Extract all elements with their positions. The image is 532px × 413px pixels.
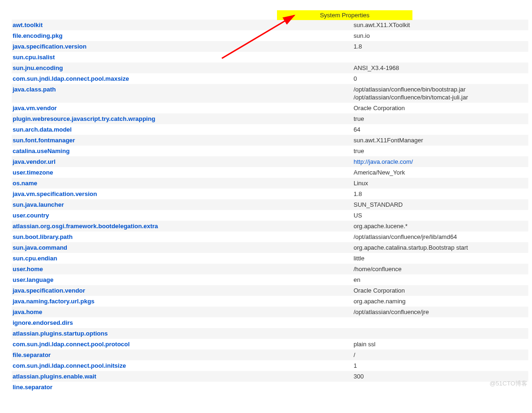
property-key: java.vm.specification.version: [12, 189, 353, 199]
property-row: java.naming.factory.url.pkgsorg.apache.n…: [12, 296, 528, 307]
property-value[interactable]: http://java.oracle.com/: [353, 156, 528, 167]
properties-table: awt.toolkitsun.awt.X11.XToolkitfile.enco…: [12, 20, 528, 392]
property-value: plain ssl: [353, 339, 528, 350]
property-key: java.vendor.url: [12, 156, 353, 167]
property-key: atlassian.plugins.startup.options: [12, 328, 353, 339]
property-key: os.name: [12, 178, 353, 189]
property-link[interactable]: http://java.oracle.com/: [354, 158, 413, 165]
property-key: sun.boot.library.path: [12, 231, 353, 242]
property-key: sun.java.launcher: [12, 199, 353, 210]
property-row: sun.font.fontmanagersun.awt.X11FontManag…: [12, 135, 528, 146]
property-key: java.naming.factory.url.pkgs: [12, 296, 353, 307]
property-row: com.sun.jndi.ldap.connect.pool.initsize1: [12, 360, 528, 371]
property-row: sun.cpu.endianlittle: [12, 253, 528, 264]
property-key: sun.cpu.isalist: [12, 52, 353, 63]
property-value: US: [353, 210, 528, 221]
property-value: org.apache.naming: [353, 296, 528, 307]
property-value: 1.8: [353, 189, 528, 199]
property-row: user.home/home/confluence: [12, 264, 528, 274]
property-row: ignore.endorsed.dirs: [12, 317, 528, 328]
property-row: sun.arch.data.model64: [12, 124, 528, 135]
property-value: [353, 328, 528, 339]
property-key: java.vm.vendor: [12, 103, 353, 113]
property-row: file.separator/: [12, 350, 528, 360]
property-value: org.apache.lucene.*: [353, 221, 528, 231]
property-key: java.specification.vendor: [12, 285, 353, 296]
property-value: [353, 52, 528, 63]
property-row: sun.jnu.encodingANSI_X3.4-1968: [12, 63, 528, 73]
property-value: true: [353, 146, 528, 156]
property-key: com.sun.jndi.ldap.connect.pool.initsize: [12, 360, 353, 371]
property-row: sun.cpu.isalist: [12, 52, 528, 63]
property-row: atlassian.plugins.startup.options: [12, 328, 528, 339]
property-value: sun.io: [353, 30, 528, 41]
property-row: java.vm.vendorOracle Corporation: [12, 103, 528, 113]
property-value: 64: [353, 124, 528, 135]
properties-table-container: awt.toolkitsun.awt.X11.XToolkitfile.enco…: [0, 0, 532, 392]
property-row: file.encoding.pkgsun.io: [12, 30, 528, 41]
property-value: /opt/atlassian/confluence/bin/bootstrap.…: [353, 84, 528, 103]
property-row: plugin.webresource.javascript.try.catch.…: [12, 113, 528, 124]
property-key: com.sun.jndi.ldap.connect.pool.protocol: [12, 339, 353, 350]
property-row: awt.toolkitsun.awt.X11.XToolkit: [12, 20, 528, 30]
property-key: sun.java.command: [12, 242, 353, 253]
property-key: ignore.endorsed.dirs: [12, 317, 353, 328]
property-key: atlassian.plugins.enable.wait: [12, 371, 353, 382]
property-value: Linux: [353, 178, 528, 189]
property-value: Oracle Corporation: [353, 285, 528, 296]
property-row: sun.boot.library.path/opt/atlassian/conf…: [12, 231, 528, 242]
property-value: America/New_York: [353, 167, 528, 178]
property-value: SUN_STANDARD: [353, 199, 528, 210]
property-key: sun.jnu.encoding: [12, 63, 353, 73]
property-key: sun.arch.data.model: [12, 124, 353, 135]
property-row: java.home/opt/atlassian/confluence/jre: [12, 307, 528, 317]
property-row: java.vm.specification.version1.8: [12, 189, 528, 199]
property-row: atlassian.org.osgi.framework.bootdelegat…: [12, 221, 528, 231]
property-value: /opt/atlassian/confluence/jre/lib/amd64: [353, 231, 528, 242]
property-row: com.sun.jndi.ldap.connect.pool.maxsize0: [12, 73, 528, 84]
property-key: com.sun.jndi.ldap.connect.pool.maxsize: [12, 73, 353, 84]
property-value: sun.awt.X11.XToolkit: [353, 20, 528, 30]
property-row: os.nameLinux: [12, 178, 528, 189]
property-row: java.class.path/opt/atlassian/confluence…: [12, 84, 528, 103]
property-row: user.languageen: [12, 274, 528, 285]
property-key: catalina.useNaming: [12, 146, 353, 156]
property-value: 1.8: [353, 41, 528, 52]
property-row: line.separator: [12, 382, 528, 392]
property-key: java.home: [12, 307, 353, 317]
property-key: atlassian.org.osgi.framework.bootdelegat…: [12, 221, 353, 231]
property-row: user.timezoneAmerica/New_York: [12, 167, 528, 178]
section-title: System Properties: [320, 12, 369, 19]
property-value: en: [353, 274, 528, 285]
property-row: sun.java.launcherSUN_STANDARD: [12, 199, 528, 210]
property-key: java.class.path: [12, 84, 353, 103]
property-value: little: [353, 253, 528, 264]
property-row: user.countryUS: [12, 210, 528, 221]
property-value: Oracle Corporation: [353, 103, 528, 113]
property-key: user.home: [12, 264, 353, 274]
property-key: line.separator: [12, 382, 353, 392]
property-key: sun.cpu.endian: [12, 253, 353, 264]
property-key: plugin.webresource.javascript.try.catch.…: [12, 113, 353, 124]
property-key: file.encoding.pkg: [12, 30, 353, 41]
property-key: user.country: [12, 210, 353, 221]
property-row: java.vendor.urlhttp://java.oracle.com/: [12, 156, 528, 167]
watermark: @51CTO博客: [489, 379, 527, 388]
property-value: sun.awt.X11FontManager: [353, 135, 528, 146]
property-value: org.apache.catalina.startup.Bootstrap st…: [353, 242, 528, 253]
property-value: true: [353, 113, 528, 124]
property-row: catalina.useNamingtrue: [12, 146, 528, 156]
property-value: 1: [353, 360, 528, 371]
property-value: /: [353, 350, 528, 360]
property-value: ANSI_X3.4-1968: [353, 63, 528, 73]
property-value: /opt/atlassian/confluence/jre: [353, 307, 528, 317]
property-row: sun.java.commandorg.apache.catalina.star…: [12, 242, 528, 253]
property-key: user.language: [12, 274, 353, 285]
property-row: java.specification.version1.8: [12, 41, 528, 52]
property-key: awt.toolkit: [12, 20, 353, 30]
property-row: com.sun.jndi.ldap.connect.pool.protocolp…: [12, 339, 528, 350]
property-key: java.specification.version: [12, 41, 353, 52]
property-key: file.separator: [12, 350, 353, 360]
property-row: java.specification.vendorOracle Corporat…: [12, 285, 528, 296]
property-key: user.timezone: [12, 167, 353, 178]
